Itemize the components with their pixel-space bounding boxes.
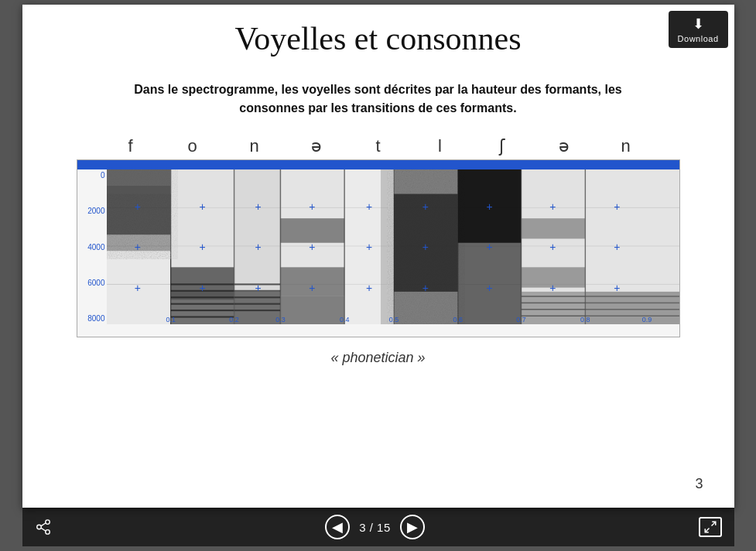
toolbar-left — [35, 518, 52, 536]
viewer-container: ⬇ Download Voyelles et consonnes Dans le… — [0, 0, 756, 551]
svg-point-95 — [45, 530, 50, 535]
page-number: 3 — [695, 476, 703, 492]
phonetic-labels-row: f o n ə t l ʃ ə n — [77, 136, 680, 156]
svg-text:+: + — [199, 200, 205, 212]
toolbar-right — [699, 517, 722, 537]
svg-text:+: + — [614, 282, 620, 294]
svg-text:+: + — [134, 241, 140, 253]
svg-text:+: + — [199, 282, 205, 294]
phonetic-label-sh: ʃ — [471, 136, 533, 156]
caption: « phonetician » — [330, 350, 425, 366]
toolbar-center: ◀ 3 / 15 ▶ — [325, 515, 425, 539]
prev-icon: ◀ — [332, 518, 343, 536]
y-label-4000: 4000 — [77, 243, 107, 252]
svg-text:+: + — [486, 200, 492, 212]
spectrogram-svg: + + + + + + + + + + + + + — [107, 169, 679, 324]
svg-rect-50 — [521, 315, 585, 317]
svg-line-97 — [40, 528, 45, 531]
download-icon: ⬇ — [693, 15, 704, 33]
svg-text:+: + — [255, 200, 261, 212]
svg-line-98 — [711, 522, 715, 525]
svg-rect-23 — [170, 310, 234, 311]
svg-rect-18 — [170, 292, 234, 324]
next-button[interactable]: ▶ — [400, 515, 425, 539]
spectrogram-container: 8000 6000 4000 2000 0 — [77, 159, 680, 337]
page-title: Voyelles et consonnes — [234, 20, 521, 57]
spectrogram-top-bar — [77, 160, 679, 169]
svg-text:+: + — [255, 282, 261, 294]
svg-rect-47 — [521, 296, 585, 297]
svg-rect-53 — [585, 296, 679, 297]
svg-line-99 — [705, 529, 709, 532]
share-icon — [35, 518, 52, 536]
svg-rect-30 — [234, 303, 280, 305]
svg-rect-24 — [170, 316, 234, 317]
svg-rect-29 — [234, 296, 280, 298]
y-axis: 8000 6000 4000 2000 0 — [77, 169, 107, 324]
svg-text:+: + — [549, 282, 556, 294]
svg-text:+: + — [422, 200, 428, 212]
next-icon: ▶ — [407, 518, 418, 536]
svg-text:0.6: 0.6 — [453, 316, 462, 323]
svg-rect-44 — [521, 218, 585, 238]
svg-text:+: + — [309, 241, 315, 253]
svg-text:0.1: 0.1 — [166, 316, 175, 323]
page-indicator: 3 / 15 — [359, 521, 391, 534]
svg-rect-49 — [521, 309, 585, 310]
svg-rect-35 — [280, 296, 344, 324]
svg-text:0.3: 0.3 — [275, 316, 285, 323]
svg-point-94 — [36, 525, 41, 529]
svg-rect-33 — [280, 218, 344, 243]
svg-text:+: + — [366, 200, 372, 212]
svg-rect-48 — [521, 303, 585, 304]
svg-text:0.4: 0.4 — [339, 316, 348, 323]
svg-text:+: + — [549, 241, 556, 253]
phonetic-label-t: t — [347, 136, 409, 156]
share-button[interactable] — [35, 518, 52, 536]
svg-rect-55 — [585, 309, 679, 310]
phonetic-label-n: n — [224, 136, 286, 156]
svg-text:+: + — [255, 241, 261, 253]
phonetic-label-f: f — [100, 136, 162, 156]
svg-point-93 — [45, 520, 50, 525]
svg-rect-56 — [585, 315, 679, 317]
svg-text:0.2: 0.2 — [229, 316, 238, 323]
prev-button[interactable]: ◀ — [325, 515, 350, 539]
svg-text:+: + — [309, 200, 315, 212]
svg-rect-31 — [234, 310, 280, 311]
svg-text:0.8: 0.8 — [580, 316, 590, 323]
svg-text:+: + — [422, 241, 428, 253]
y-label-6000: 6000 — [77, 279, 107, 287]
phonetic-label-o: o — [162, 136, 224, 156]
download-button[interactable]: ⬇ Download — [669, 11, 728, 48]
svg-rect-54 — [585, 303, 679, 304]
svg-text:+: + — [134, 282, 140, 294]
svg-rect-22 — [170, 303, 234, 305]
y-label-8000: 8000 — [77, 314, 107, 323]
phonetic-label-schwa1: ə — [286, 136, 347, 156]
svg-text:+: + — [309, 282, 315, 294]
svg-text:+: + — [422, 282, 428, 294]
phonetic-label-l: l — [409, 136, 471, 156]
page-content: Voyelles et consonnes Dans le spectrogra… — [22, 5, 734, 508]
svg-text:+: + — [614, 200, 620, 212]
svg-text:+: + — [486, 241, 492, 253]
page-area: ⬇ Download Voyelles et consonnes Dans le… — [22, 5, 734, 508]
svg-text:0.7: 0.7 — [516, 316, 525, 323]
svg-text:+: + — [486, 282, 492, 294]
svg-rect-37 — [381, 169, 394, 324]
svg-rect-26 — [234, 292, 280, 324]
svg-text:+: + — [366, 282, 372, 294]
fullscreen-button[interactable] — [699, 517, 722, 537]
svg-text:0.5: 0.5 — [388, 316, 398, 323]
y-label-2000: 2000 — [77, 207, 107, 215]
svg-text:+: + — [199, 241, 205, 253]
svg-text:+: + — [549, 200, 556, 212]
bottom-toolbar: ◀ 3 / 15 ▶ — [22, 508, 734, 546]
page-description: Dans le spectrogramme, les voyelles sont… — [115, 80, 641, 118]
svg-text:0.9: 0.9 — [641, 316, 651, 323]
y-label-0: 0 — [77, 171, 107, 180]
download-label: Download — [678, 34, 719, 43]
svg-rect-15 — [107, 169, 171, 194]
svg-text:+: + — [134, 200, 140, 212]
